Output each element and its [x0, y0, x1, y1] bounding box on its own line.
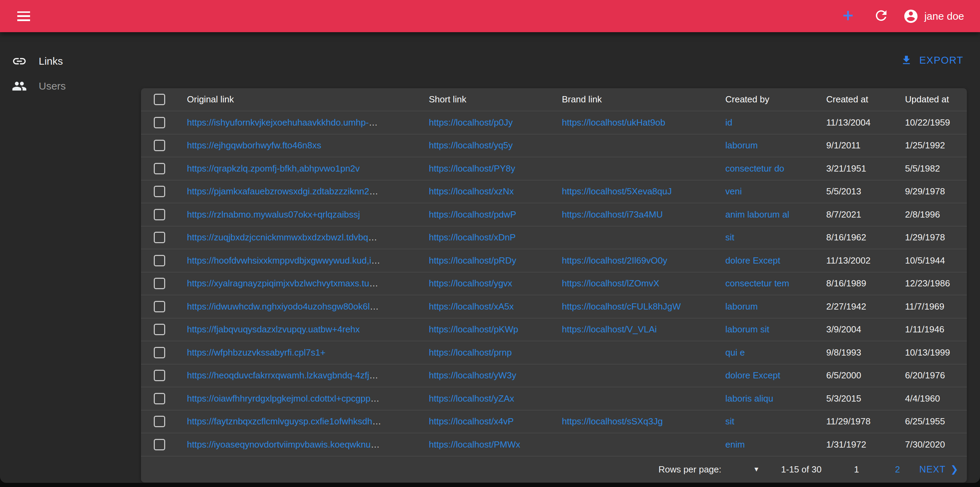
created-by-link[interactable]: id — [725, 117, 732, 128]
updated-at-cell: 9/29/1978 — [905, 186, 967, 197]
account-icon — [903, 8, 919, 24]
export-button[interactable]: EXPORT — [900, 54, 963, 66]
short-link[interactable]: https://localhost/yq5y — [429, 140, 513, 150]
row-checkbox[interactable] — [154, 163, 165, 174]
original-link[interactable]: https://hoofdvwhsixxkmppvdbjxgwwywud.kud… — [187, 255, 380, 266]
original-link[interactable]: https://xyalragnayzpiqimjxvbzlwchvytxmax… — [187, 278, 378, 289]
table-footer: Rows per page: ▼ 1-15 of 30 1 2 NEXT ❯ — [141, 457, 967, 482]
brand-link[interactable]: https://localhost/lZOmvX — [562, 278, 659, 289]
sidebar-item-users[interactable]: Users — [0, 73, 141, 99]
row-checkbox[interactable] — [154, 186, 165, 197]
row-checkbox[interactable] — [154, 301, 165, 312]
original-link[interactable]: https://fjabqvuqysdazxlzvupqy.uatbw+4reh… — [187, 324, 360, 334]
short-link[interactable]: https://localhost/pdwP — [429, 209, 516, 220]
created-by-link[interactable]: laborum sit — [725, 324, 769, 334]
download-icon — [900, 54, 912, 66]
user-menu[interactable]: jane doe — [903, 8, 964, 24]
created-by-link[interactable]: veni — [725, 186, 742, 196]
next-page-button[interactable]: NEXT ❯ — [919, 464, 959, 475]
people-icon — [12, 78, 27, 94]
sidebar-item-label: Links — [39, 55, 63, 67]
short-link[interactable]: https://localhost/p0Jy — [429, 117, 513, 128]
original-link[interactable]: https://oiawfhhryrdgxlpgkejmol.cdottxl+c… — [187, 393, 379, 404]
original-link[interactable]: https://faytznbqxzcflcmlvguysp.cxfie1ofw… — [187, 416, 381, 426]
original-link[interactable]: https://qrapkzlq.zpomfj-bfkh,abhpvwo1pn2… — [187, 163, 360, 174]
created-by-link[interactable]: anim laborum al — [725, 209, 789, 220]
brand-link[interactable]: https://localhost/cFULk8hJgW — [562, 301, 681, 311]
original-link[interactable]: https://rzlnabmo.mywalus07okx+qrlqzaibss… — [187, 209, 360, 220]
original-link[interactable]: https://zuqjbxdzjccnickmmwxbxdzxbwzl.tdv… — [187, 232, 377, 243]
select-all-checkbox[interactable] — [154, 94, 165, 105]
short-link[interactable]: https://localhost/ygvx — [429, 278, 512, 289]
short-link[interactable]: https://localhost/PY8y — [429, 163, 515, 174]
brand-link[interactable]: https://localhost/2Il69vO0y — [562, 255, 667, 266]
original-link[interactable]: https://wfphbzuzvkssabyrfi.cpl7s1+ — [187, 347, 326, 358]
row-checkbox[interactable] — [154, 393, 165, 404]
created-by-link[interactable]: sit — [725, 232, 734, 243]
row-checkbox[interactable] — [154, 370, 165, 381]
short-link[interactable]: https://localhost/pKWp — [429, 324, 518, 334]
row-checkbox[interactable] — [154, 255, 165, 266]
page-button-2[interactable]: 2 — [895, 464, 900, 475]
add-link-button[interactable] — [840, 8, 856, 24]
created-by-link[interactable]: laborum — [725, 301, 758, 311]
created-at-cell: 2/27/1942 — [826, 301, 905, 312]
brand-link[interactable]: https://localhost/i73a4MU — [562, 209, 663, 220]
created-by-link[interactable]: enim — [725, 439, 745, 450]
created-by-link[interactable]: dolore Except — [725, 255, 780, 266]
created-at-cell: 9/8/1993 — [826, 347, 905, 358]
truncation-ellipsis: … — [369, 370, 379, 380]
created-by-link[interactable]: sit — [725, 416, 734, 426]
rows-per-page-label: Rows per page: — [658, 464, 721, 475]
refresh-button[interactable] — [873, 8, 889, 24]
created-by-link[interactable]: laboris aliqu — [725, 393, 773, 404]
page-button-1[interactable]: 1 — [854, 464, 859, 475]
original-link[interactable]: https://ishyufornkvjkejxoehuhaavkkhdo.um… — [187, 117, 378, 128]
short-link[interactable]: https://localhost/pRDy — [429, 255, 516, 266]
short-link[interactable]: https://localhost/yZAx — [429, 393, 514, 404]
column-header-created-at: Created at — [826, 94, 905, 105]
brand-link[interactable]: https://localhost/ukHat9ob — [562, 117, 665, 128]
row-checkbox[interactable] — [154, 439, 165, 450]
row-checkbox[interactable] — [154, 416, 165, 427]
original-link[interactable]: https://ejhgqwborhwyfw.fto46n8xs — [187, 140, 321, 150]
row-checkbox[interactable] — [154, 324, 165, 335]
original-link[interactable]: https://pjamkxafauebzrowsxdgi.zdtabzzzik… — [187, 186, 379, 196]
created-by-link[interactable]: consectetur do — [725, 163, 784, 174]
row-checkbox[interactable] — [154, 117, 165, 128]
table-row: https://oiawfhhryrdgxlpgkejmol.cdottxl+c… — [141, 387, 967, 410]
created-by-link[interactable]: laborum — [725, 140, 758, 150]
updated-at-cell: 5/5/1982 — [905, 163, 967, 174]
short-link[interactable]: https://localhost/yW3y — [429, 370, 516, 380]
short-link[interactable]: https://localhost/xDnP — [429, 232, 515, 243]
created-at-cell: 9/1/2011 — [826, 140, 905, 151]
short-link[interactable]: https://localhost/x4vP — [429, 416, 514, 426]
brand-link[interactable]: https://localhost/5Xeva8quJ — [562, 186, 672, 196]
brand-link[interactable]: https://localhost/V_VLAi — [562, 324, 657, 334]
menu-button[interactable] — [16, 10, 31, 22]
short-link[interactable]: https://localhost/PMWx — [429, 439, 520, 450]
original-link[interactable]: https://heoqduvcfakrrxqwamh.lzkavgbndq-4… — [187, 370, 379, 380]
short-link[interactable]: https://localhost/xzNx — [429, 186, 514, 196]
updated-at-cell: 2/8/1996 — [905, 209, 967, 220]
row-checkbox[interactable] — [154, 232, 165, 243]
updated-at-cell: 1/29/1978 — [905, 232, 967, 243]
created-by-link[interactable]: consectetur tem — [725, 278, 789, 289]
created-at-cell: 6/5/2000 — [826, 370, 905, 381]
row-checkbox[interactable] — [154, 140, 165, 151]
brand-link[interactable]: https://localhost/sSXq3Jg — [562, 416, 663, 426]
original-link[interactable]: https://iyoaseqynovdortviimpvbawis.koeqw… — [187, 439, 380, 450]
table-row: https://rzlnabmo.mywalus07okx+qrlqzaibss… — [141, 203, 967, 227]
row-checkbox[interactable] — [154, 347, 165, 358]
created-by-link[interactable]: dolore Except — [725, 370, 780, 380]
rows-per-page-select caret-down-icon[interactable]: ▼ — [753, 466, 760, 473]
created-at-cell: 11/13/2002 — [826, 255, 905, 266]
row-checkbox[interactable] — [154, 278, 165, 289]
original-link[interactable]: https://idwuwhcdw.nghxiyodo4uzohsgw80ok6… — [187, 301, 379, 311]
created-by-link[interactable]: qui e — [725, 347, 745, 358]
sidebar-item-links[interactable]: Links — [0, 49, 141, 73]
row-checkbox[interactable] — [154, 209, 165, 220]
truncation-ellipsis: … — [371, 255, 380, 266]
short-link[interactable]: https://localhost/xA5x — [429, 301, 514, 311]
short-link[interactable]: https://localhost/prnp — [429, 347, 512, 358]
